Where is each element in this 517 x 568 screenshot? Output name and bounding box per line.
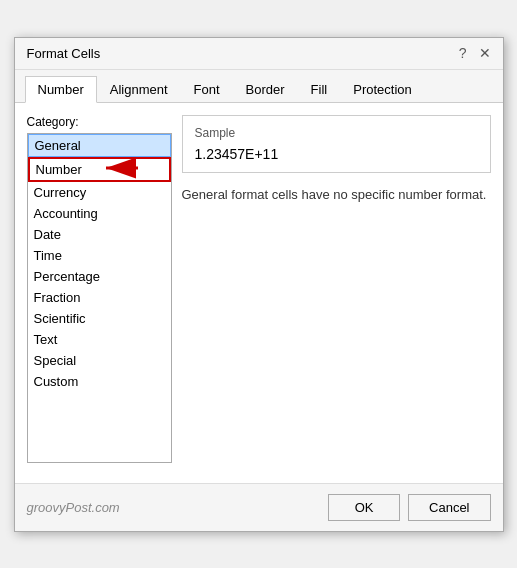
- dialog-footer: groovyPost.com OK Cancel: [15, 483, 503, 531]
- list-item-general[interactable]: General: [28, 134, 171, 157]
- list-item-accounting[interactable]: Accounting: [28, 203, 171, 224]
- list-item-custom[interactable]: Custom: [28, 371, 171, 392]
- category-label: Category:: [27, 115, 172, 129]
- tab-protection[interactable]: Protection: [340, 76, 425, 103]
- tab-bar: Number Alignment Font Border Fill Protec…: [15, 70, 503, 103]
- sample-label: Sample: [195, 126, 478, 140]
- ok-button[interactable]: OK: [328, 494, 400, 521]
- sample-value: 1.23457E+11: [195, 146, 478, 162]
- brand-label: groovyPost.com: [27, 500, 120, 515]
- title-bar: Format Cells ? ✕: [15, 38, 503, 70]
- help-button[interactable]: ?: [459, 46, 467, 60]
- category-list[interactable]: General Number Currency Accounting Date …: [27, 133, 172, 463]
- dialog-title: Format Cells: [27, 46, 101, 61]
- list-item-number[interactable]: Number: [28, 157, 171, 182]
- close-button[interactable]: ✕: [479, 46, 491, 60]
- list-item-date[interactable]: Date: [28, 224, 171, 245]
- list-item-special[interactable]: Special: [28, 350, 171, 371]
- list-item-time[interactable]: Time: [28, 245, 171, 266]
- list-item-currency[interactable]: Currency: [28, 182, 171, 203]
- list-item-fraction[interactable]: Fraction: [28, 287, 171, 308]
- tab-font[interactable]: Font: [181, 76, 233, 103]
- cancel-button[interactable]: Cancel: [408, 494, 490, 521]
- tab-number[interactable]: Number: [25, 76, 97, 103]
- tab-border[interactable]: Border: [233, 76, 298, 103]
- right-panel: Sample 1.23457E+11 General format cells …: [182, 115, 491, 471]
- list-item-percentage[interactable]: Percentage: [28, 266, 171, 287]
- title-bar-buttons: ? ✕: [459, 46, 491, 60]
- tab-fill[interactable]: Fill: [298, 76, 341, 103]
- list-item-text[interactable]: Text: [28, 329, 171, 350]
- tab-alignment[interactable]: Alignment: [97, 76, 181, 103]
- sample-section: Sample 1.23457E+11: [182, 115, 491, 173]
- dialog-content: Category: General Number Currency Accoun…: [15, 103, 503, 483]
- format-cells-dialog: Format Cells ? ✕ Number Alignment Font B…: [14, 37, 504, 532]
- footer-buttons: OK Cancel: [328, 494, 490, 521]
- list-item-scientific[interactable]: Scientific: [28, 308, 171, 329]
- left-panel: Category: General Number Currency Accoun…: [27, 115, 172, 471]
- format-description: General format cells have no specific nu…: [182, 185, 491, 205]
